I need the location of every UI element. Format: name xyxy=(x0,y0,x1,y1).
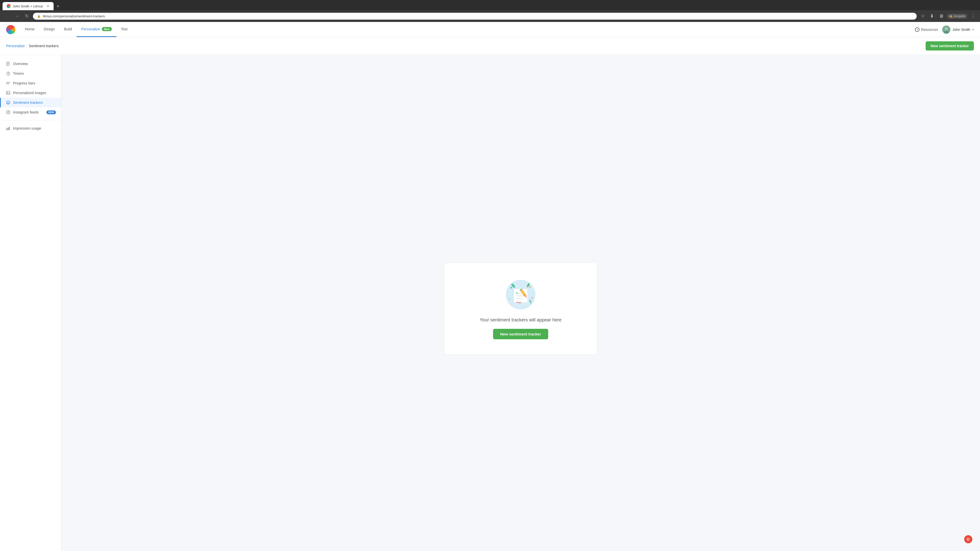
svg-point-17 xyxy=(9,102,9,103)
chevron-down-icon: ▾ xyxy=(972,28,974,32)
svg-rect-12 xyxy=(6,83,9,84)
sidebar-item-personalized-images[interactable]: Personalized images xyxy=(0,88,61,98)
breadcrumb-separator: / xyxy=(26,44,27,48)
svg-point-15 xyxy=(6,101,10,104)
forward-button[interactable]: → xyxy=(13,13,21,20)
clock-icon xyxy=(6,71,11,76)
nav-personalize-label: Personalize xyxy=(81,27,100,31)
instagram-icon xyxy=(6,110,11,114)
address-bar[interactable]: 🔒 litmus.com/personalize/sentiment-track… xyxy=(33,13,917,20)
svg-rect-22 xyxy=(8,127,8,130)
sidebar-item-timers[interactable]: Timers xyxy=(0,68,61,78)
svg-point-20 xyxy=(9,111,10,112)
corner-badge[interactable]: ! xyxy=(964,535,972,543)
breadcrumb: Personalize / Sentiment trackers xyxy=(6,44,59,48)
user-name: John Smith xyxy=(953,27,970,32)
nav-build[interactable]: Build xyxy=(59,22,76,37)
app-header: Home Design Build Personalize New Test i… xyxy=(0,22,980,37)
header-right: i Resources John Smith ▾ xyxy=(915,25,974,34)
progress-icon xyxy=(6,81,11,86)
resources-label: Resources xyxy=(921,27,938,32)
incognito-label: Incognito xyxy=(954,14,965,17)
nav-personalize-badge: New xyxy=(102,27,112,31)
svg-text:!: ! xyxy=(967,538,968,541)
sidebar-item-impression-usage[interactable]: Impression usage xyxy=(0,124,61,133)
svg-point-1 xyxy=(945,27,948,30)
reload-button[interactable]: ↻ xyxy=(24,12,30,20)
empty-state: Your sentiment trackers will appear here… xyxy=(444,262,597,355)
sentiment-icon xyxy=(6,100,11,105)
app: Home Design Build Personalize New Test i… xyxy=(0,22,980,551)
browser-chrome: John Smith > Litmus ✕ + xyxy=(0,0,980,10)
tab-title: John Smith > Litmus xyxy=(13,4,43,8)
browser-toolbar: ← → ↻ 🔒 litmus.com/personalize/sentiment… xyxy=(0,10,980,22)
avatar-image xyxy=(942,25,950,34)
svg-rect-18 xyxy=(6,111,10,114)
main-nav: Home Design Build Personalize New Test xyxy=(21,22,915,37)
nav-home[interactable]: Home xyxy=(21,22,39,37)
svg-rect-21 xyxy=(6,128,7,130)
sidebar-item-instagram-feeds[interactable]: Instagram feeds NEW xyxy=(0,107,61,117)
nav-personalize[interactable]: Personalize New xyxy=(76,22,116,37)
bookmark-button[interactable]: ☆ xyxy=(919,12,926,20)
main-layout: Overview Timers Progress bars Personaliz… xyxy=(0,55,980,551)
breadcrumb-current: Sentiment trackers xyxy=(29,44,59,48)
svg-point-27 xyxy=(531,297,533,299)
toolbar-actions: ☆ ⬇ 🖥 🕵 Incognito ⋮ xyxy=(919,12,977,20)
svg-point-14 xyxy=(7,92,8,93)
sidebar-label-overview: Overview xyxy=(13,62,28,66)
empty-state-text: Your sentiment trackers will appear here xyxy=(480,318,562,323)
lock-icon: 🔒 xyxy=(37,14,41,18)
svg-point-19 xyxy=(7,111,9,113)
svg-point-16 xyxy=(7,102,8,103)
resources-icon: i xyxy=(915,27,920,32)
nav-design[interactable]: Design xyxy=(39,22,59,37)
svg-rect-23 xyxy=(9,127,10,130)
incognito-badge: 🕵 Incognito xyxy=(947,14,967,19)
nav-test[interactable]: Test xyxy=(116,22,132,37)
sidebar-item-sentiment-trackers[interactable]: Sentiment trackers xyxy=(0,98,61,107)
breadcrumb-parent-link[interactable]: Personalize xyxy=(6,44,25,48)
browser-tabs: John Smith > Litmus ✕ + xyxy=(3,2,977,10)
menu-button[interactable]: ⋮ xyxy=(969,12,977,20)
sidebar-label-instagram-feeds: Instagram feeds xyxy=(13,110,38,114)
sidebar-label-personalized-images: Personalized images xyxy=(13,91,46,95)
url-text: litmus.com/personalize/sentiment-tracker… xyxy=(43,14,105,18)
corner-badge-icon: ! xyxy=(966,537,970,541)
svg-point-25 xyxy=(511,287,512,289)
svg-rect-13 xyxy=(6,91,10,94)
sidebar-label-timers: Timers xyxy=(13,71,24,76)
page-header: Personalize / Sentiment trackers New sen… xyxy=(0,37,980,55)
active-tab[interactable]: John Smith > Litmus ✕ xyxy=(3,2,54,10)
svg-point-26 xyxy=(529,286,531,288)
tab-close-button[interactable]: ✕ xyxy=(46,4,49,8)
new-sentiment-tracker-button-top[interactable]: New sentiment tracker xyxy=(926,41,974,51)
content-area: Your sentiment trackers will appear here… xyxy=(61,55,980,551)
sidebar-label-sentiment-trackers: Sentiment trackers xyxy=(13,100,43,105)
resources-button[interactable]: i Resources xyxy=(915,27,938,32)
app-logo xyxy=(6,25,15,34)
instagram-new-badge: NEW xyxy=(46,110,56,114)
sentiment-tracker-illustration xyxy=(504,278,537,311)
file-icon xyxy=(6,62,11,66)
image-icon xyxy=(6,91,11,95)
user-avatar xyxy=(942,25,950,34)
sidebar-label-progress-bars: Progress bars xyxy=(13,81,35,85)
new-sentiment-tracker-button-center[interactable]: New sentiment tracker xyxy=(493,329,548,339)
svg-rect-11 xyxy=(6,82,10,83)
desktop-button[interactable]: 🖥 xyxy=(937,13,945,20)
user-menu[interactable]: John Smith ▾ xyxy=(942,25,974,34)
new-tab-button[interactable]: + xyxy=(54,3,62,10)
sidebar-divider xyxy=(0,120,61,121)
tab-favicon xyxy=(6,4,11,8)
download-button[interactable]: ⬇ xyxy=(928,12,935,20)
svg-point-28 xyxy=(509,299,510,300)
svg-line-9 xyxy=(8,74,9,74)
back-button[interactable]: ← xyxy=(3,13,11,20)
sidebar-item-progress-bars[interactable]: Progress bars xyxy=(0,78,61,88)
chart-icon xyxy=(6,126,11,130)
sidebar: Overview Timers Progress bars Personaliz… xyxy=(0,55,61,551)
sidebar-label-impression-usage: Impression usage xyxy=(13,126,41,130)
incognito-icon: 🕵 xyxy=(949,14,953,18)
sidebar-item-overview[interactable]: Overview xyxy=(0,59,61,68)
